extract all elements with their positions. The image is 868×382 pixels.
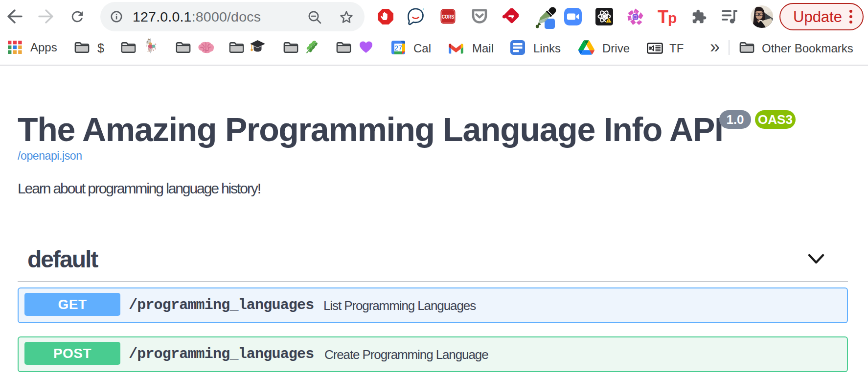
- svg-text:!: !: [608, 19, 610, 23]
- svg-text:27: 27: [394, 44, 402, 52]
- svg-text:CORS: CORS: [442, 14, 454, 20]
